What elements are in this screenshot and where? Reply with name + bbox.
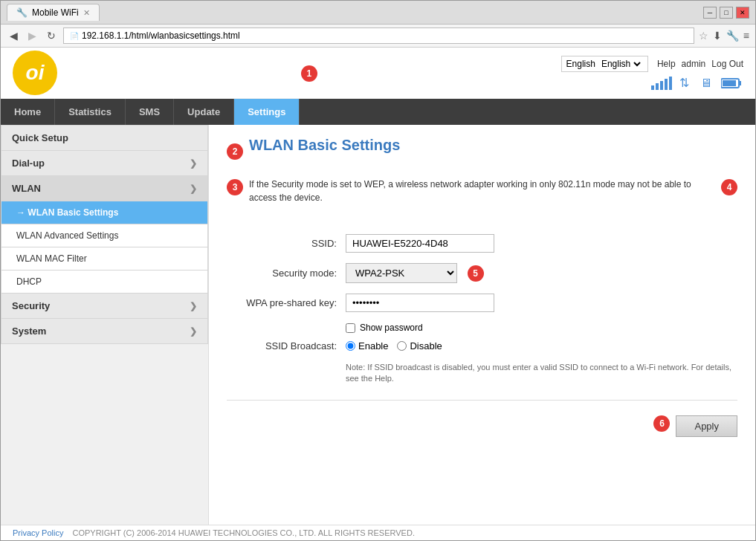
chevron-right-icon-security: ❯ bbox=[190, 301, 197, 311]
nav-item-settings[interactable]: Settings bbox=[234, 99, 300, 125]
close-button[interactable]: ✕ bbox=[736, 7, 749, 19]
header-controls: English English Help admin Log Out bbox=[561, 56, 743, 72]
sidebar-item-security[interactable]: Security ❯ bbox=[1, 294, 208, 319]
privacy-policy-link[interactable]: Privacy Policy bbox=[13, 528, 63, 537]
security-mode-select[interactable]: None WEP WPA-PSK WPA2-PSK bbox=[346, 263, 457, 283]
language-label: English bbox=[566, 59, 595, 69]
chevron-right-icon: ❯ bbox=[190, 158, 197, 169]
nav-item-home[interactable]: Home bbox=[1, 99, 55, 125]
ssid-broadcast-enable-option: Enable bbox=[346, 340, 388, 352]
browser-tab[interactable]: 🔧 Mobile WiFi ✕ bbox=[7, 4, 100, 21]
divider bbox=[227, 400, 737, 401]
language-dropdown[interactable]: English bbox=[598, 58, 643, 70]
logo: oi bbox=[13, 51, 57, 95]
svg-text:⇅: ⇅ bbox=[679, 77, 689, 89]
svg-text:🖥: 🖥 bbox=[700, 77, 712, 89]
sidebar-subitem-wlan-advanced[interactable]: WLAN Advanced Settings bbox=[1, 224, 208, 247]
ssid-input[interactable] bbox=[346, 234, 494, 253]
security-mode-label: Security mode: bbox=[227, 268, 346, 279]
browser-toolbar: ◀ ▶ ↻ 📄 ☆ ⬇ 🔧 ≡ bbox=[1, 25, 755, 48]
ssid-label: SSID: bbox=[227, 238, 346, 249]
sidebar-subitem-wlan-mac[interactable]: WLAN MAC Filter bbox=[1, 247, 208, 270]
tab-close-button[interactable]: ✕ bbox=[83, 8, 90, 18]
sidebar-item-quick-setup[interactable]: Quick Setup bbox=[1, 125, 208, 151]
sidebar-item-dial-up[interactable]: Dial-up ❯ bbox=[1, 151, 208, 176]
annotation-5: 5 bbox=[468, 265, 484, 282]
tab-title: Mobile WiFi bbox=[32, 7, 79, 18]
ssid-broadcast-enable-label: Enable bbox=[358, 340, 388, 352]
svg-rect-0 bbox=[651, 85, 654, 90]
ssid-broadcast-options: Enable Disable bbox=[346, 340, 737, 352]
ssid-broadcast-label: SSID Broadcast: bbox=[227, 340, 346, 352]
svg-rect-2 bbox=[660, 81, 663, 90]
url-icon: 📄 bbox=[70, 32, 79, 40]
bookmark-icon[interactable]: ☆ bbox=[699, 30, 708, 42]
page-title: WLAN Basic Settings bbox=[249, 137, 400, 154]
annotation-2: 2 bbox=[227, 143, 243, 160]
security-mode-row: Security mode: None WEP WPA-PSK WPA2-PSK… bbox=[227, 263, 737, 283]
transfer-icon: ⇅ bbox=[679, 77, 696, 90]
show-password-label: Show password bbox=[360, 323, 423, 333]
maximize-button[interactable]: □ bbox=[720, 7, 733, 19]
nav-item-update[interactable]: Update bbox=[174, 99, 234, 125]
ssid-row: SSID: bbox=[227, 234, 737, 253]
ssid-broadcast-disable-radio[interactable] bbox=[397, 341, 407, 351]
signal-strength-icon bbox=[651, 77, 675, 90]
url-input[interactable] bbox=[82, 30, 688, 41]
copyright-text: COPYRIGHT (C) 2006-2014 HUAWEI TECHNOLOG… bbox=[72, 528, 415, 537]
admin-link[interactable]: admin bbox=[682, 59, 706, 69]
svg-rect-4 bbox=[669, 77, 672, 90]
toolbar-right-icons: ⬇ 🔧 ≡ bbox=[713, 30, 749, 42]
svg-rect-9 bbox=[723, 80, 736, 86]
logout-link[interactable]: Log Out bbox=[711, 59, 743, 69]
browser-titlebar: 🔧 Mobile WiFi ✕ ─ □ ✕ bbox=[1, 1, 755, 25]
ssid-broadcast-enable-radio[interactable] bbox=[346, 341, 355, 351]
footer: Privacy Policy COPYRIGHT (C) 2006-2014 H… bbox=[1, 525, 755, 540]
chevron-right-icon-system: ❯ bbox=[190, 326, 197, 337]
address-bar[interactable]: 📄 bbox=[63, 27, 694, 44]
svg-rect-3 bbox=[665, 79, 668, 90]
battery-icon bbox=[721, 77, 743, 90]
logo-area: oi bbox=[13, 51, 57, 95]
back-button[interactable]: ◀ bbox=[7, 28, 21, 43]
wpa-key-control bbox=[346, 294, 737, 312]
main-area: Quick Setup Dial-up ❯ WLAN ❯ WLAN Basic … bbox=[1, 125, 755, 525]
browser-content: oi 1 English English Help admin bbox=[1, 48, 755, 540]
main-content: 2 WLAN Basic Settings 3 If the Security … bbox=[209, 125, 755, 525]
ssid-broadcast-disable-label: Disable bbox=[410, 340, 442, 352]
chevron-down-icon: ❯ bbox=[190, 184, 197, 194]
security-mode-control: None WEP WPA-PSK WPA2-PSK 5 bbox=[346, 263, 737, 283]
ssid-broadcast-row: SSID Broadcast: Enable Disable bbox=[227, 340, 737, 352]
apply-button[interactable]: Apply bbox=[676, 415, 737, 437]
annotation-4: 4 bbox=[721, 179, 737, 195]
sidebar-subitem-dhcp[interactable]: DHCP bbox=[1, 270, 208, 294]
ssid-note: Note: If SSID broadcast is disabled, you… bbox=[346, 362, 737, 385]
download-icon[interactable]: ⬇ bbox=[713, 30, 722, 42]
show-password-checkbox[interactable] bbox=[346, 323, 355, 333]
show-password-row: Show password bbox=[346, 323, 737, 333]
nav-item-sms[interactable]: SMS bbox=[126, 99, 174, 125]
nav-menu: Home Statistics SMS Update Settings bbox=[1, 99, 755, 125]
apply-row: 6 Apply bbox=[227, 415, 737, 437]
wpa-key-input[interactable] bbox=[346, 294, 494, 312]
minimize-button[interactable]: ─ bbox=[703, 7, 717, 19]
svg-rect-1 bbox=[656, 83, 659, 90]
nav-item-statistics[interactable]: Statistics bbox=[55, 99, 126, 125]
forward-button[interactable]: ▶ bbox=[25, 28, 39, 43]
sidebar: Quick Setup Dial-up ❯ WLAN ❯ WLAN Basic … bbox=[1, 125, 209, 525]
language-selector[interactable]: English English bbox=[561, 56, 648, 72]
sidebar-item-system[interactable]: System ❯ bbox=[1, 319, 208, 344]
help-link[interactable]: Help bbox=[657, 59, 676, 69]
annotation-1: 1 bbox=[301, 65, 317, 82]
sidebar-item-wlan[interactable]: WLAN ❯ bbox=[1, 176, 208, 201]
page-header: oi 1 English English Help admin bbox=[1, 48, 755, 99]
sidebar-subitem-wlan-basic[interactable]: WLAN Basic Settings bbox=[1, 201, 208, 224]
header-links: Help admin Log Out bbox=[657, 59, 743, 69]
signal-icons: ⇅ 🖥 bbox=[651, 77, 743, 90]
wpa-key-label: WPA pre-shared key: bbox=[227, 297, 346, 308]
ssid-broadcast-disable-option: Disable bbox=[397, 340, 442, 352]
extensions-icon[interactable]: 🔧 bbox=[726, 30, 739, 42]
ssid-control bbox=[346, 234, 737, 253]
reload-button[interactable]: ↻ bbox=[44, 28, 59, 43]
menu-icon[interactable]: ≡ bbox=[743, 30, 749, 42]
